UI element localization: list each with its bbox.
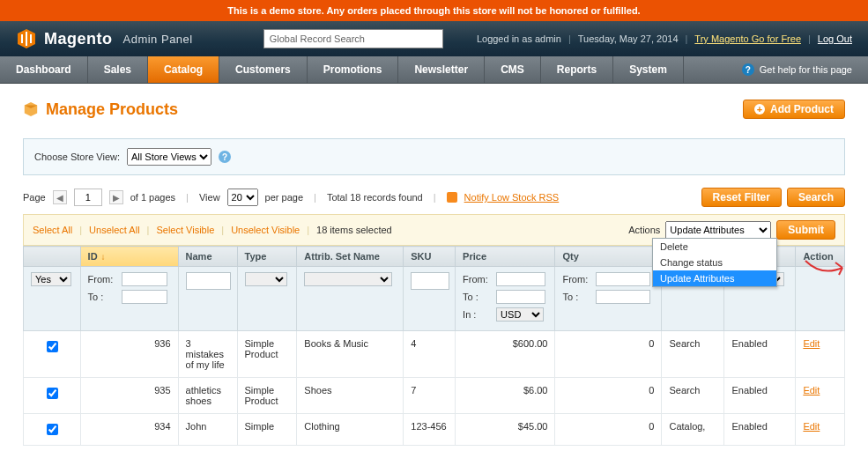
nav-reports[interactable]: Reports (541, 56, 613, 83)
table-row[interactable]: 934 John Simple Clothing 123-456 $45.00 … (24, 414, 845, 446)
callout-arrow-icon (804, 259, 848, 284)
help-link[interactable]: ? Get help for this page (742, 56, 868, 83)
global-search-input[interactable] (263, 29, 443, 48)
cell-name: athletics shoes (178, 378, 237, 414)
action-option-update-attributes[interactable]: Update Attributes (653, 270, 776, 286)
filter-type[interactable] (245, 272, 287, 286)
col-id[interactable]: ID↓ (80, 247, 178, 267)
page-input[interactable] (74, 189, 102, 206)
row-checkbox[interactable] (47, 388, 58, 399)
filter-id-to[interactable] (122, 290, 167, 304)
col-name[interactable]: Name (178, 247, 237, 267)
prev-page-button[interactable]: ◀ (53, 190, 67, 204)
nav-newsletter[interactable]: Newsletter (398, 56, 485, 83)
col-type[interactable]: Type (237, 247, 297, 267)
nav-sales[interactable]: Sales (88, 56, 148, 83)
brand-name: Magento (44, 30, 113, 48)
add-product-label: Add Product (770, 103, 834, 115)
nav-dashboard[interactable]: Dashboard (0, 56, 88, 83)
edit-link[interactable]: Edit (803, 385, 820, 396)
help-tooltip-icon[interactable]: ? (219, 151, 231, 163)
cell-qty: 0 (555, 414, 662, 446)
per-page-select[interactable]: 20 (227, 189, 258, 206)
submit-button[interactable]: Submit (776, 220, 835, 240)
cell-vis: Catalog, (662, 414, 724, 446)
filter-sku[interactable] (411, 272, 449, 290)
nav-promotions[interactable]: Promotions (308, 56, 399, 83)
filter-attrib-set[interactable] (304, 272, 392, 286)
nav-customers[interactable]: Customers (219, 56, 308, 83)
try-magento-link[interactable]: Try Magento Go for Free (694, 33, 801, 44)
per-page-suffix: per page (265, 192, 303, 203)
next-page-button[interactable]: ▶ (109, 190, 123, 204)
from-label: From: (562, 274, 596, 285)
logged-in-text: Logged in as admin (477, 33, 561, 44)
nav-cms[interactable]: CMS (485, 56, 541, 83)
brand-sub: Admin Panel (123, 33, 193, 46)
from-label: From: (463, 274, 496, 285)
sort-desc-icon: ↓ (101, 252, 106, 262)
filter-currency[interactable]: USD (496, 307, 544, 322)
filter-price-to[interactable] (496, 290, 545, 304)
store-view-label: Choose Store View: (34, 152, 120, 162)
help-icon: ? (742, 63, 754, 76)
table-row[interactable]: 935 athletics shoes Simple Product Shoes… (24, 378, 845, 414)
store-view-select[interactable]: All Store Views (127, 148, 211, 166)
cube-icon (23, 101, 39, 117)
filter-id-from[interactable] (122, 272, 167, 286)
cell-sku: 7 (404, 378, 456, 414)
nav-catalog[interactable]: Catalog (148, 56, 219, 83)
search-button[interactable]: Search (787, 188, 845, 207)
filter-qty-to[interactable] (596, 290, 650, 304)
page-label: Page (23, 192, 46, 203)
row-checkbox[interactable] (47, 341, 58, 352)
filter-price-from[interactable] (496, 272, 545, 286)
filter-qty-from[interactable] (596, 272, 650, 286)
main-nav: Dashboard Sales Catalog Customers Promot… (0, 56, 868, 84)
logout-link[interactable]: Log Out (818, 33, 852, 44)
magento-logo-icon (16, 28, 37, 49)
nav-system[interactable]: System (613, 56, 684, 83)
unselect-visible-link[interactable]: Unselect Visible (231, 225, 300, 235)
reset-filter-button[interactable]: Reset Filter (701, 188, 782, 207)
action-option-delete[interactable]: Delete (653, 239, 776, 255)
demo-notice: This is a demo store. Any orders placed … (0, 0, 868, 21)
row-checkbox[interactable] (47, 424, 58, 435)
filter-massaction[interactable]: Yes (31, 272, 71, 286)
plus-icon: + (754, 104, 765, 115)
in-label: In : (463, 309, 496, 320)
col-price[interactable]: Price (456, 247, 555, 267)
cell-name: John (178, 414, 237, 446)
cell-name: 3 mistakes of my life (178, 331, 237, 378)
cell-id: 936 (80, 331, 178, 378)
to-label: To : (463, 292, 496, 302)
cell-sku: 4 (404, 331, 456, 378)
select-visible-link[interactable]: Select Visible (156, 225, 214, 235)
actions-select[interactable]: Update Attributes (665, 221, 771, 239)
actions-label: Actions (628, 225, 660, 235)
table-row[interactable]: 936 3 mistakes of my life Simple Product… (24, 331, 845, 378)
edit-link[interactable]: Edit (803, 338, 820, 349)
of-pages: of 1 pages (130, 192, 175, 203)
to-label: To : (562, 292, 596, 302)
cell-sku: 123-456 (404, 414, 456, 446)
cell-price: $45.00 (456, 414, 555, 446)
low-stock-rss-link[interactable]: Notify Low Stock RSS (464, 192, 560, 203)
from-label: From: (88, 274, 122, 285)
cell-type: Simple Product (237, 331, 297, 378)
action-option-change-status[interactable]: Change status (653, 255, 776, 270)
col-sku[interactable]: SKU (404, 247, 456, 267)
logo[interactable]: Magento Admin Panel (16, 28, 193, 49)
cell-status: Enabled (724, 378, 796, 414)
filter-name[interactable] (186, 272, 231, 290)
cell-status: Enabled (724, 331, 796, 378)
cell-vis: Search (662, 378, 724, 414)
pager-bar: Page ◀ ▶ of 1 pages | View 20 per page |… (23, 188, 845, 207)
col-qty[interactable]: Qty (555, 247, 662, 267)
edit-link[interactable]: Edit (803, 421, 820, 432)
add-product-button[interactable]: + Add Product (743, 100, 845, 119)
col-attrib-set[interactable]: Attrib. Set Name (297, 247, 404, 267)
unselect-all-link[interactable]: Unselect All (89, 225, 139, 235)
select-all-link[interactable]: Select All (33, 225, 72, 235)
cell-aset: Shoes (297, 378, 404, 414)
